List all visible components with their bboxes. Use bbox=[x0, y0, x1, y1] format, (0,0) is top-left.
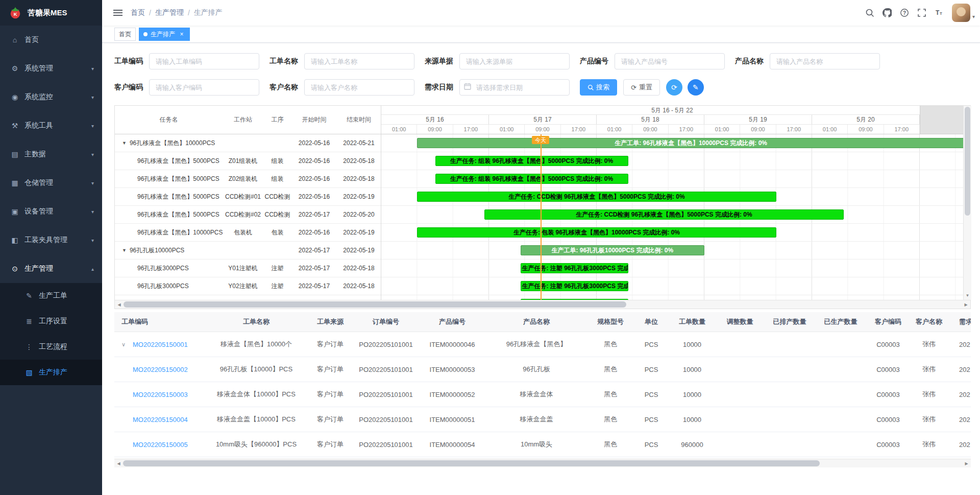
gantt-task-bar[interactable]: 生产任务: 注塑 96孔孔板3000PCS 完成比例: 0% bbox=[521, 299, 628, 300]
github-icon[interactable] bbox=[878, 0, 896, 26]
scroll-left-icon[interactable]: ◀ bbox=[114, 461, 123, 466]
gantt-project-bar[interactable]: 生产工单: 96孔移液盒【黑色】10000PCS 完成比例: 0% bbox=[417, 138, 963, 148]
gantt-bar-label: 生产任务: 组装 96孔移液盒【黑色】5000PCS 完成比例: 0% bbox=[436, 174, 628, 183]
scroll-right-icon[interactable]: ▶ bbox=[962, 461, 971, 466]
user-avatar[interactable] bbox=[952, 4, 970, 22]
breadcrumb-item-0[interactable]: 首页 bbox=[131, 8, 145, 17]
reset-button[interactable]: ⟳ 重置 bbox=[623, 79, 660, 96]
gantt-horizontal-scrollbar[interactable]: ◀ ▶ bbox=[115, 300, 970, 309]
expand-icon[interactable]: ∨ bbox=[121, 341, 133, 348]
scrollbar-thumb[interactable] bbox=[123, 460, 820, 466]
scroll-right-icon[interactable]: ▶ bbox=[962, 302, 970, 307]
gantt-grid-row[interactable]: ▼96孔移液盒【黑色】10000PCS2022-05-162022-05-21 bbox=[115, 134, 381, 152]
sidebar-item-8[interactable]: ⊙生产管理▴ bbox=[0, 254, 102, 283]
refresh-circle-button[interactable]: ⟳ bbox=[666, 79, 682, 96]
gantt-grid-row[interactable]: 96孔孔板3000PCSY01注塑机注塑2022-05-172022-05-18 bbox=[115, 260, 381, 277]
gantt-task-bar[interactable]: 生产任务: 包装 96孔移液盒【黑色】10000PCS 完成比例: 0% bbox=[417, 227, 776, 238]
edit-circle-button[interactable]: ✎ bbox=[688, 79, 704, 96]
gantt-task-bar[interactable]: 生产任务: 注塑 96孔孔板3000PCS 完成比例: 0% bbox=[521, 281, 628, 291]
search-icon[interactable] bbox=[861, 0, 878, 26]
collapse-icon[interactable]: ▼ bbox=[122, 248, 127, 253]
sidebar-toggle-icon[interactable] bbox=[113, 8, 122, 17]
orders-row-2[interactable]: MO202205150003移液盒盒体【10000】PCS客户订单PO20220… bbox=[114, 382, 971, 407]
sidebar-subitem-3[interactable]: ▧生产排产 bbox=[0, 360, 102, 385]
logo-bar[interactable]: K 苦糖果MES bbox=[0, 0, 102, 26]
gantt-grid-cell: Y01注塑机 bbox=[223, 264, 263, 273]
gantt-project-bar[interactable]: 生产工单: 96孔孔板10000PCS 完成比例: 0% bbox=[521, 245, 704, 255]
orders-row-3[interactable]: MO202205150004移液盒盒盖【10000】PCS客户订单PO20220… bbox=[114, 407, 971, 432]
collapse-icon[interactable]: ▼ bbox=[122, 140, 127, 146]
gantt-grid-row[interactable]: 96孔孔板3000PCSY02注塑机注塑2022-05-172022-05-18 bbox=[115, 277, 381, 295]
gantt-bar-label: 生产任务: 组装 96孔移液盒【黑色】5000PCS 完成比例: 0% bbox=[436, 156, 628, 166]
sidebar-item-1[interactable]: ⚙系统管理▾ bbox=[0, 54, 102, 83]
gantt-grid-row[interactable]: ▼96孔孔板10000PCS2022-05-172022-05-19 bbox=[115, 242, 381, 260]
scroll-down-icon[interactable]: ▼ bbox=[964, 292, 971, 300]
gantt-hour-label: 01:00 bbox=[597, 125, 632, 134]
sidebar-subitem-1[interactable]: ≣工序设置 bbox=[0, 309, 102, 334]
orders-cell: 客户订单 bbox=[307, 390, 353, 399]
gantt-task-bar[interactable]: 生产任务: 注塑 96孔孔板3000PCS 完成比例: 0% bbox=[521, 263, 628, 273]
filter-input-3[interactable] bbox=[615, 53, 725, 69]
work-order-link[interactable]: MO202205150003 bbox=[133, 391, 188, 398]
work-order-link[interactable]: MO202205150002 bbox=[133, 366, 188, 373]
gantt-task-bar[interactable]: 生产任务: CCD检测 96孔移液盒【黑色】5000PCS 完成比例: 0% bbox=[417, 192, 776, 202]
gantt-hour-label: 01:00 bbox=[812, 125, 848, 134]
sidebar-item-4[interactable]: ▤主数据▾ bbox=[0, 140, 102, 169]
orders-row-1[interactable]: MO20220515000296孔孔板【10000】PCS客户订单PO20220… bbox=[114, 357, 971, 382]
chevron-down-icon[interactable]: ▾ bbox=[972, 14, 975, 19]
tab-1[interactable]: 生产排产× bbox=[139, 28, 190, 41]
filter-input-0[interactable] bbox=[149, 53, 259, 69]
fullscreen-icon[interactable] bbox=[913, 0, 930, 26]
orders-row-4[interactable]: MO20220515000510mm吸头【960000】PCS客户订单PO202… bbox=[114, 432, 971, 457]
sidebar-item-7[interactable]: ◧工装夹具管理▾ bbox=[0, 226, 102, 254]
orders-cell: 移液盒盒体 bbox=[486, 390, 587, 399]
sidebar-item-2[interactable]: ◉系统监控▾ bbox=[0, 83, 102, 111]
scrollbar-thumb[interactable] bbox=[965, 107, 970, 216]
filter-input-1[interactable] bbox=[304, 53, 414, 69]
gantt-task-bar[interactable]: 生产任务: CCD检测 96孔移液盒【黑色】5000PCS 完成比例: 0% bbox=[484, 209, 843, 220]
gantt-task-bar[interactable]: 生产任务: 组装 96孔移液盒【黑色】5000PCS 完成比例: 0% bbox=[435, 174, 628, 184]
filter-input-7[interactable] bbox=[459, 79, 570, 96]
orders-horizontal-scrollbar[interactable]: ◀ ▶ bbox=[114, 459, 971, 467]
work-order-link[interactable]: MO202205150001 bbox=[133, 341, 188, 348]
tab-0[interactable]: 首页 bbox=[114, 28, 136, 41]
gantt-grid-row[interactable]: 96孔移液盒【黑色】5000PCSCCD检测#02CCD检测2022-05-17… bbox=[115, 206, 381, 224]
breadcrumb-item-1[interactable]: 生产管理 bbox=[155, 8, 184, 17]
gantt-task-bar[interactable]: 生产任务: 组装 96孔移液盒【黑色】5000PCS 完成比例: 0% bbox=[435, 156, 628, 166]
gantt-grid-row[interactable]: 96孔移液盒【黑色】5000PCSZ01组装机组装2022-05-162022-… bbox=[115, 152, 381, 170]
orders-row-0[interactable]: ∨MO202205150001移液盒【黑色】10000个客户订单PO202205… bbox=[114, 332, 971, 357]
help-icon[interactable]: ? bbox=[896, 0, 913, 26]
chevron-down-icon: ▾ bbox=[91, 95, 94, 100]
gantt-grid-cell: CCD检测 bbox=[263, 210, 291, 219]
sidebar-item-5[interactable]: ▦仓储管理▾ bbox=[0, 169, 102, 197]
master-data-icon: ▤ bbox=[10, 150, 19, 158]
orders-cell: 黑色 bbox=[587, 365, 634, 374]
tags-view: 首页生产排产× bbox=[102, 26, 980, 43]
gantt-grid-row[interactable]: 96孔移液盒【黑色】10000PCS包装机包装2022-05-162022-05… bbox=[115, 224, 381, 242]
filter-input-4[interactable] bbox=[770, 53, 880, 69]
gantt-grid-row[interactable]: 96孔移液盒【黑色】5000PCSCCD检测#01CCD检测2022-05-16… bbox=[115, 188, 381, 206]
search-button[interactable]: 搜索 bbox=[580, 79, 617, 96]
close-icon[interactable]: × bbox=[178, 31, 185, 38]
gantt-column-header-3: 开始时间 bbox=[291, 115, 337, 124]
gantt-grid-row[interactable]: 96孔孔板3000PCSY03注塑机注塑2022-05-172022-05-18 bbox=[115, 295, 381, 300]
scroll-left-icon[interactable]: ◀ bbox=[115, 302, 124, 307]
gantt-grid-cell: 2022-05-16 bbox=[291, 139, 337, 147]
sidebar-subitem-2[interactable]: ⋮工艺流程 bbox=[0, 334, 102, 360]
sidebar-item-6[interactable]: ▣设备管理▾ bbox=[0, 197, 102, 226]
gantt-grid-cell: 2022-05-17 bbox=[291, 211, 337, 218]
filter-input-5[interactable] bbox=[149, 79, 259, 96]
scrollbar-thumb[interactable] bbox=[124, 301, 626, 308]
gantt-vertical-scrollbar[interactable]: ▼ bbox=[963, 106, 971, 300]
font-size-icon[interactable]: TT bbox=[930, 0, 948, 26]
filter-input-6[interactable] bbox=[304, 79, 414, 96]
sidebar-item-0[interactable]: ⌂首页 bbox=[0, 26, 102, 54]
filter-input-2[interactable] bbox=[459, 53, 570, 69]
gantt-grid-cell: CCD检测#01 bbox=[223, 193, 263, 201]
sidebar-item-3[interactable]: ⚒系统工具▾ bbox=[0, 111, 102, 140]
sidebar-subitem-0[interactable]: ✎生产工单 bbox=[0, 283, 102, 309]
orders-cell: 张伟 bbox=[910, 440, 948, 449]
work-order-link[interactable]: MO202205150005 bbox=[133, 441, 188, 449]
work-order-link[interactable]: MO202205150004 bbox=[133, 416, 188, 423]
gantt-grid-row[interactable]: 96孔移液盒【黑色】5000PCSZ02组装机组装2022-05-162022-… bbox=[115, 170, 381, 188]
